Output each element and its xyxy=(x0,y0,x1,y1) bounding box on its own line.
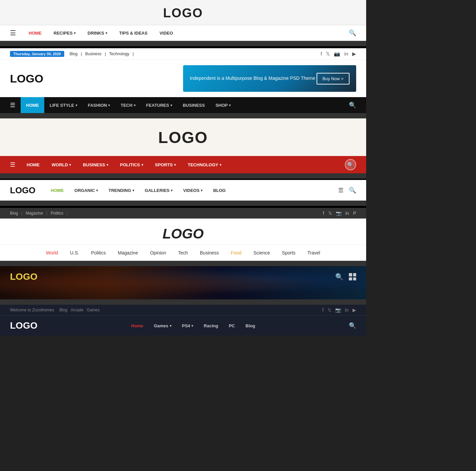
s7-nav-ps4[interactable]: PS4 xyxy=(177,323,199,328)
s5-sep2: | xyxy=(46,211,47,216)
s2-nav-tech[interactable]: TECH xyxy=(115,97,140,113)
s7-facebook-icon[interactable]: f xyxy=(322,307,324,313)
s2-facebook-icon[interactable]: f xyxy=(321,51,322,57)
s2-nav-features[interactable]: FEATURES xyxy=(141,97,177,113)
s2-instagram-icon[interactable]: 📷 xyxy=(334,51,340,57)
s7-nav-home[interactable]: Home xyxy=(126,323,148,328)
s4-nav-videos[interactable]: VIDEOS xyxy=(178,180,208,201)
s5-nav-politics[interactable]: Politics xyxy=(85,248,112,257)
s3-logo-bar: LOGO xyxy=(0,118,366,156)
s7-search-icon[interactable]: 🔍 xyxy=(349,322,356,329)
s7-logo: LOGO xyxy=(10,320,37,331)
s5-instagram-icon[interactable]: 📷 xyxy=(336,211,342,216)
s2-sep1: | xyxy=(81,52,82,56)
s2-linkedin-icon[interactable]: in xyxy=(344,51,348,57)
s2-search-icon[interactable]: 🔍 xyxy=(349,101,356,109)
s7-linkedin-icon[interactable]: in xyxy=(345,307,349,313)
s7-bc-blog: Blog xyxy=(60,308,68,312)
s6-grid-cell-1 xyxy=(349,273,352,276)
s3-nav-world[interactable]: WORLD xyxy=(46,156,77,173)
s3-nav-politics[interactable]: POLITICS xyxy=(114,156,149,173)
s1-nav-drinks[interactable]: DRINKS xyxy=(82,25,113,41)
s4-menu-icon[interactable]: ☰ xyxy=(338,187,344,194)
s7-nav-games[interactable]: Games xyxy=(148,323,176,328)
s4-nav-blog[interactable]: BLOG xyxy=(208,180,231,201)
s2-banner-btn[interactable]: Buy Now > xyxy=(317,73,350,84)
gap5 xyxy=(0,261,366,266)
s5-nav-travel[interactable]: Travel xyxy=(302,248,326,257)
s3-logo: LOGO xyxy=(158,128,208,147)
s4-navbar: LOGO HOME ORGANIC TRENDING GALLERIES VID… xyxy=(0,180,366,201)
s5-pinterest-icon[interactable]: P xyxy=(353,211,356,216)
s2-nav-business[interactable]: BUSINESS xyxy=(177,97,210,113)
s1-nav-tips[interactable]: TIPS & IDEAS xyxy=(113,25,153,41)
section1-wrapper: LOGO ☰ HOME RECIPES DRINKS TIPS & IDEAS … xyxy=(0,0,366,41)
s5-nav-world[interactable]: World xyxy=(40,248,64,257)
s4-search-icon[interactable]: 🔍 xyxy=(349,187,356,194)
s2-nav-fashion[interactable]: FASHION xyxy=(83,97,116,113)
s3-search-icon[interactable]: 🔍 xyxy=(345,159,356,170)
s1-nav-video[interactable]: VIDEO xyxy=(153,25,179,41)
s1-hamburger-icon[interactable]: ☰ xyxy=(10,29,16,37)
s7-youtube-icon[interactable]: ▶ xyxy=(353,307,356,313)
s5-nav-business[interactable]: Business xyxy=(194,248,225,257)
s3-nav-sports[interactable]: SPORTS xyxy=(149,156,182,173)
s5-bc-politics: Politics xyxy=(51,211,63,216)
s5-nav-us[interactable]: U.S. xyxy=(64,248,85,257)
s6-search-icon[interactable]: 🔍 xyxy=(335,273,344,281)
s2-youtube-icon[interactable]: ▶ xyxy=(352,51,356,57)
s6-navbar: LOGO 🔍 xyxy=(0,266,366,287)
s4-right-icons: ☰ 🔍 xyxy=(338,187,356,194)
s6-grid-cell-2 xyxy=(353,273,357,276)
s4-nav-trending[interactable]: TRENDING xyxy=(103,180,139,201)
gap3 xyxy=(0,173,366,179)
s1-nav-home[interactable]: HOME xyxy=(23,25,48,41)
s5-nav-opinion[interactable]: Opinion xyxy=(144,248,172,257)
s6-icons: 🔍 xyxy=(335,273,356,281)
s2-sep3: | xyxy=(133,52,134,56)
s2-nav-shop[interactable]: SHOP xyxy=(210,97,236,113)
s5-nav-magazine[interactable]: Magazine xyxy=(112,248,144,257)
gap1 xyxy=(0,41,366,46)
s5-nav-sports[interactable]: Sports xyxy=(276,248,301,257)
s7-twitter-icon[interactable]: 𝕏 xyxy=(328,307,331,313)
gap2 xyxy=(0,113,366,118)
s2-logo: LOGO xyxy=(10,72,43,85)
s7-nav-pc[interactable]: PC xyxy=(223,323,240,328)
s5-nav-science[interactable]: Science xyxy=(247,248,276,257)
s5-twitter-icon[interactable]: 𝕏 xyxy=(328,211,332,216)
s6-grid-icon[interactable] xyxy=(349,273,356,280)
s5-logo: LOGO xyxy=(162,226,204,242)
s2-bc-business: Business xyxy=(85,52,102,56)
s3-hamburger-icon[interactable]: ☰ xyxy=(10,161,15,168)
s7-instagram-icon[interactable]: 📷 xyxy=(335,307,341,313)
s5-facebook-icon[interactable]: f xyxy=(323,211,324,216)
s5-bc-blog: Blog xyxy=(10,211,18,216)
s5-nav-tech[interactable]: Tech xyxy=(172,248,194,257)
s5-linkedin-icon[interactable]: in xyxy=(346,211,349,216)
section2-wrapper: Thursday, January 30, 2020 Blog | Busine… xyxy=(0,46,366,113)
section3-wrapper: LOGO ☰ HOME WORLD BUSINESS POLITICS SPOR… xyxy=(0,118,366,173)
s7-nav-blog[interactable]: Blog xyxy=(240,323,261,328)
s2-social: f 𝕏 📷 in ▶ xyxy=(321,51,356,57)
section6-wrapper: LOGO 🔍 xyxy=(0,266,366,299)
s2-nav-home[interactable]: HOME xyxy=(21,97,44,113)
s2-nav-lifestyle[interactable]: LIFE STYLE xyxy=(44,97,83,113)
s5-bc-magazine: Magazine xyxy=(26,211,43,216)
s3-nav-technology[interactable]: TECHNOLOGY xyxy=(182,156,227,173)
s1-navbar: ☰ HOME RECIPES DRINKS TIPS & IDEAS VIDEO… xyxy=(0,25,366,41)
s2-twitter-icon[interactable]: 𝕏 xyxy=(326,51,330,57)
s1-search-icon[interactable]: 🔍 xyxy=(349,29,356,37)
s2-banner: Independent is a Multipurpose Blog & Mag… xyxy=(183,65,356,92)
s7-welcome: Welcome to Zozothemes xyxy=(10,308,54,312)
s2-breadcrumb: Blog | Business | Technology | xyxy=(70,52,135,56)
s4-nav-organic[interactable]: ORGANIC xyxy=(69,180,103,201)
s5-nav-food[interactable]: Food xyxy=(225,248,247,257)
s4-nav-galleries[interactable]: GALLERIES xyxy=(139,180,178,201)
s3-nav-home[interactable]: HOME xyxy=(21,156,46,173)
s1-nav-recipes[interactable]: RECIPES xyxy=(48,25,82,41)
s4-nav-home[interactable]: HOME xyxy=(46,180,69,201)
s3-nav-business[interactable]: BUSINESS xyxy=(77,156,114,173)
s2-hamburger-icon[interactable]: ☰ xyxy=(10,101,15,109)
s7-nav-racing[interactable]: Racing xyxy=(198,323,223,328)
